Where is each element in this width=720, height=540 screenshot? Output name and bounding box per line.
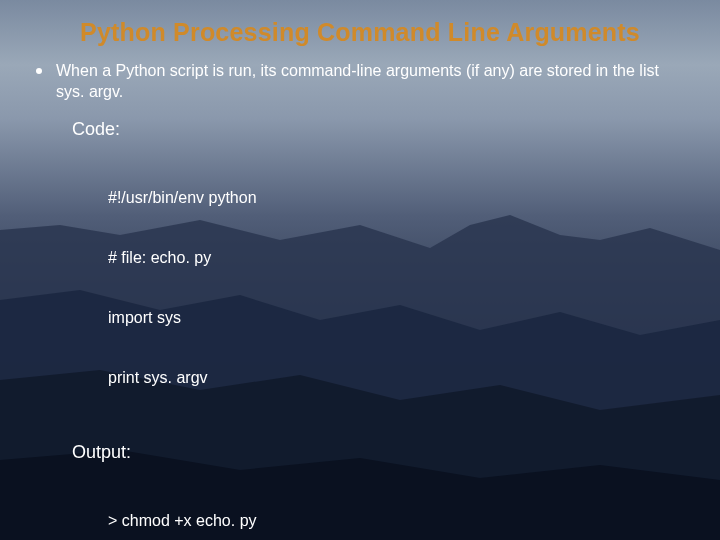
code-line: print sys. argv — [108, 368, 684, 388]
bullet-text: When a Python script is run, its command… — [56, 61, 684, 103]
output-block: > chmod +x echo. py > echo. py tuna ['ec… — [108, 471, 684, 540]
code-line: # file: echo. py — [108, 248, 684, 268]
code-label: Code: — [72, 119, 684, 140]
slide-title: Python Processing Command Line Arguments — [36, 18, 684, 47]
slide: Python Processing Command Line Arguments… — [0, 0, 720, 540]
output-line: > chmod +x echo. py — [108, 511, 684, 531]
bullet-item: When a Python script is run, its command… — [36, 61, 684, 103]
bullet-icon — [36, 68, 42, 74]
code-line: #!/usr/bin/env python — [108, 188, 684, 208]
code-line: import sys — [108, 308, 684, 328]
output-label: Output: — [72, 442, 684, 463]
code-block: #!/usr/bin/env python # file: echo. py i… — [108, 148, 684, 428]
